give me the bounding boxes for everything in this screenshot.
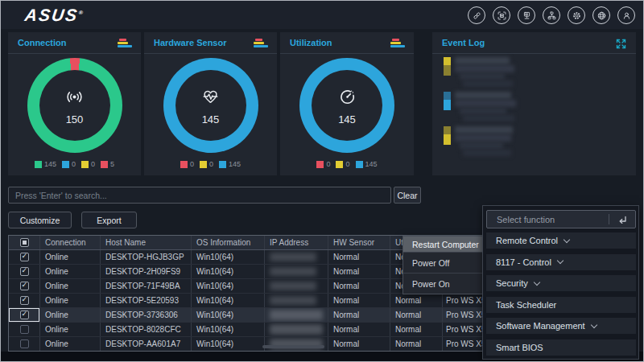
connection-cell: Online [40,279,101,293]
row-checkbox[interactable] [20,253,29,261]
return-arrow-icon[interactable] [617,214,628,224]
connection-panel: Connection 150 145005 [8,32,141,175]
context-menu-item[interactable]: Restart Computer [403,237,486,252]
row-checkbox[interactable] [20,339,29,348]
event-log-entry[interactable] [444,126,625,157]
severity-bar [444,126,451,157]
row-select-cell [9,265,40,278]
redacted-ip [270,282,316,290]
row-select-cell [9,279,40,293]
connection-cell: Online [40,265,101,278]
function-item-label: Software Management [496,321,585,331]
row-select-cell [9,294,40,307]
os-cell: Win10(64) [192,308,265,322]
network-icon[interactable] [543,6,560,24]
function-item[interactable]: 8117 - Control [486,254,636,270]
bar-chart-toggle-icon[interactable] [390,39,405,48]
row-checkbox[interactable] [20,325,29,334]
top-bar-icon-group [468,6,635,24]
utilization-cell: Normal [390,308,443,322]
legend-item: 5 [101,160,114,168]
gear-icon[interactable] [568,6,585,24]
row-select-cell [9,323,40,336]
ip-address-cell [265,294,328,307]
function-item[interactable]: Task Scheduler [486,297,636,313]
hardware-sensor-total: 145 [202,113,220,125]
globe-icon[interactable] [592,6,610,24]
table-row[interactable]: OnlineDESKTOP-8028CFCWin10(64)NormalNorm… [9,323,524,337]
col-header-ip[interactable]: IP Address [265,236,328,249]
legend-item: 0 [316,160,330,168]
function-item[interactable]: Software Management [486,318,636,334]
function-item-label: Security [496,278,528,288]
clear-button[interactable]: Clear [394,187,421,204]
link-icon[interactable] [468,6,485,24]
chevron-down-icon [590,321,597,327]
bar-chart-toggle-icon[interactable] [118,39,132,48]
event-log-entry[interactable] [444,57,625,88]
row-checkbox[interactable] [20,311,29,319]
event-log-panel: Event Log [432,32,636,175]
context-menu-item[interactable]: Power Off [403,252,486,273]
ip-address-cell [265,250,328,264]
col-header-hw[interactable]: HW Sensor [328,236,390,249]
legend-swatch [219,161,226,168]
panel-title: Connection [18,38,67,47]
table-row[interactable]: OnlineDESKTOP-3736306Win10(64)NormalNorm… [9,308,524,323]
hw-sensor-cell: Normal [328,250,390,264]
table-row[interactable]: OnlineDESKTOP-AA601A7Win10(64)NormalNorm… [9,337,524,352]
function-search-input[interactable] [487,211,609,228]
legend-swatch [336,161,343,168]
export-button[interactable]: Export [81,212,137,228]
col-header-connection[interactable]: Connection [40,236,101,249]
col-header-os[interactable]: OS Information [192,236,265,249]
redacted-log-text [455,57,514,88]
row-select-cell [9,250,40,264]
host-cell: DESKTOP-HGJB3GP [101,250,192,264]
hw-sensor-cell: Normal [328,265,390,278]
row-checkbox[interactable] [20,267,29,276]
utilization-total: 145 [338,113,356,125]
function-item-label: Task Scheduler [496,300,556,310]
scan-icon[interactable] [493,6,510,24]
context-menu-item[interactable]: Power On [403,273,486,294]
chevron-down-icon [557,257,564,264]
row-checkbox[interactable] [20,296,29,305]
select-all-checkbox[interactable] [20,238,29,247]
function-item[interactable]: Remote Control [486,232,636,249]
divider [609,214,609,224]
select-all-cell [9,236,40,249]
event-log-entry[interactable] [444,92,625,122]
function-item-label: Remote Control [496,236,558,245]
host-cell: DESKTOP-AA601A7 [101,337,192,351]
connection-total: 150 [66,113,84,125]
user-icon[interactable] [617,6,635,24]
asus-control-center-window: ASUS® Connection 150 145005 Hardware Sen… [0,0,644,362]
legend-value: 0 [209,160,213,168]
utilization-cell: Normal [390,337,443,351]
customize-button[interactable]: Customize [8,212,72,228]
legend-value: 145 [229,160,241,168]
expand-icon[interactable] [616,38,626,48]
os-cell: Win10(64) [192,265,265,278]
horizontal-scrollbar-thumb[interactable] [262,345,324,348]
row-checkbox[interactable] [20,282,29,290]
col-header-host[interactable]: Host Name [101,236,192,249]
os-cell: Win10(64) [192,323,265,336]
bar-chart-toggle-icon[interactable] [254,39,268,48]
search-input[interactable] [8,187,391,204]
os-cell: Win10(64) [192,250,265,264]
legend-value: 0 [91,160,95,168]
severity-bar [444,92,451,122]
ip-address-cell [265,337,328,351]
function-item[interactable]: Smart BIOS [486,339,636,356]
server-icon[interactable] [518,6,535,24]
legend-swatch [316,161,324,168]
legend-swatch [35,161,42,168]
legend-value: 145 [365,160,378,168]
ip-address-cell [265,308,328,322]
panel-header: Utilization [280,32,414,54]
panel-title: Utilization [290,38,332,47]
table-row[interactable]: OnlineDESKTOP-5E20593Win10(64)NormalNorm… [9,294,524,308]
function-item[interactable]: Security [486,275,636,291]
